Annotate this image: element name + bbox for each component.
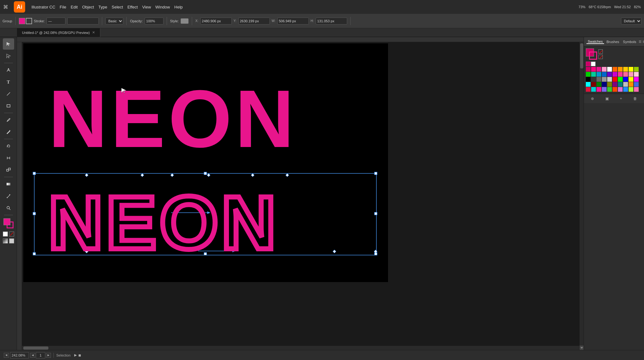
anchor-te2-n[interactable] [171, 174, 174, 177]
swatch-cell-19[interactable] [634, 72, 639, 77]
swatch-cell-22[interactable] [597, 77, 601, 82]
swatch-cell-24[interactable] [607, 77, 612, 82]
swatch-cell-30[interactable] [586, 82, 591, 87]
new-swatch-icon[interactable]: + [620, 96, 622, 101]
swatch-cell-17[interactable] [623, 72, 628, 77]
swatch-cell-12[interactable] [597, 72, 601, 77]
stroke-input[interactable] [47, 18, 65, 25]
h-scroll-thumb[interactable] [23, 346, 48, 350]
new-color-group-icon[interactable]: ▣ [605, 96, 609, 101]
delete-swatch-icon[interactable]: 🗑 [633, 96, 637, 101]
y-coord-input[interactable] [238, 18, 270, 25]
gradient-mode-btn[interactable] [3, 238, 8, 243]
handle-mr[interactable] [375, 212, 377, 215]
swatch-cell-29[interactable] [634, 77, 639, 82]
swatch-cell-20[interactable] [586, 77, 591, 82]
swatch-cell-21[interactable] [591, 77, 596, 82]
panel-menu-btn[interactable]: ☰ [639, 40, 641, 43]
zoom-tool-btn[interactable] [3, 202, 14, 214]
pen-tool-btn[interactable] [3, 64, 14, 76]
direct-selection-tool-btn[interactable] [3, 50, 14, 62]
menu-view[interactable]: View [142, 5, 151, 9]
swatch-cell-39[interactable] [634, 82, 639, 87]
stroke-color-swatch[interactable] [26, 18, 32, 24]
none-stroke-swatch[interactable] [598, 55, 603, 59]
swatch-cell-16[interactable] [618, 72, 623, 77]
swatch-cell-4[interactable] [607, 67, 612, 72]
swatch-cell-35[interactable] [613, 82, 617, 87]
scroll-thumb[interactable] [580, 43, 583, 68]
zoom-out-btn[interactable] [4, 353, 9, 358]
symbols-tab[interactable]: Symbols [622, 40, 637, 44]
swatch-cell-23[interactable] [602, 77, 607, 82]
reflect-tool-btn[interactable] [3, 152, 14, 164]
anchor-to-n[interactable] [207, 174, 210, 177]
x-coord-input[interactable] [200, 18, 232, 25]
swatch-cell-5[interactable] [613, 67, 617, 72]
swatch-cell-27[interactable] [623, 77, 628, 82]
swatch-cell-36[interactable] [618, 82, 623, 87]
swatch-cell-0[interactable] [586, 67, 591, 72]
swatch-cell-31[interactable] [591, 82, 596, 87]
anchor-to2-n[interactable] [251, 174, 254, 177]
line-segment-tool-btn[interactable] [3, 88, 14, 100]
swatch-cell-13[interactable] [602, 72, 607, 77]
eyedropper-tool-btn[interactable] [3, 190, 14, 202]
swatch-cell-9[interactable] [634, 67, 639, 72]
current-stroke-preview[interactable] [589, 52, 597, 60]
menu-type[interactable]: Type [98, 5, 107, 9]
swatches-tab[interactable]: Swatches [586, 40, 604, 44]
swatch-cell-46[interactable] [618, 87, 623, 92]
swatch-cell-8[interactable] [629, 67, 633, 72]
menu-file[interactable]: File [60, 5, 66, 9]
swatch-cell-32[interactable] [597, 82, 601, 87]
play-btn[interactable]: ▶ [74, 353, 77, 357]
menu-edit[interactable]: Edit [71, 5, 78, 9]
swatch-cell-45[interactable] [613, 87, 617, 92]
w-coord-input[interactable] [277, 18, 309, 25]
document-tab[interactable]: Untitled-1* @ 242.08% (RGB/GPU Preview) … [17, 28, 100, 37]
selection-tool-btn[interactable] [3, 38, 14, 50]
swatch-cell-34[interactable] [607, 82, 612, 87]
horizontal-scrollbar[interactable] [17, 346, 579, 350]
workspace-dropdown[interactable]: Default [621, 18, 641, 25]
swatch-cell-38[interactable] [629, 82, 633, 87]
anchor-tn-n[interactable] [286, 174, 289, 177]
swatch-cell-6[interactable] [618, 67, 623, 72]
menu-effect[interactable]: Effect [127, 5, 138, 9]
pattern-mode-btn[interactable] [9, 238, 14, 243]
scale-tool-btn[interactable] [3, 164, 14, 176]
artboard-number-input[interactable] [36, 352, 45, 358]
swatch-cell-41[interactable] [591, 87, 596, 92]
zoom-input[interactable] [10, 352, 29, 358]
none-fill-swatch[interactable] [598, 49, 603, 54]
normal-mode-btn[interactable] [3, 232, 8, 237]
handle-tc[interactable] [204, 172, 207, 175]
swatch-cell-43[interactable] [602, 87, 607, 92]
panel-grid-btn[interactable]: ⊞ [643, 40, 644, 43]
opacity-input[interactable] [145, 18, 164, 25]
swatch-cell-48[interactable] [629, 87, 633, 92]
menu-object[interactable]: Object [82, 5, 94, 9]
swatch-cell-11[interactable] [591, 72, 596, 77]
swatch-cell-15[interactable] [613, 72, 617, 77]
swatch-cell-40[interactable] [586, 87, 591, 92]
swatch-cell-10[interactable] [586, 72, 591, 77]
menu-help[interactable]: Help [174, 5, 183, 9]
anchor-te-n[interactable] [141, 174, 144, 177]
swatch-cell-28[interactable] [629, 77, 633, 82]
fill-color-box[interactable] [3, 218, 10, 225]
prev-artboard-btn[interactable] [30, 353, 35, 358]
swatch-cell-3[interactable] [602, 67, 607, 72]
swatch-cell-25[interactable] [613, 77, 617, 82]
handle-bl[interactable] [33, 253, 36, 255]
swatch-cell-white[interactable] [591, 62, 596, 66]
swatch-cell-active[interactable] [586, 62, 591, 66]
swatch-lib-icon[interactable]: ⊕ [591, 96, 594, 101]
swatch-cell-49[interactable] [634, 87, 639, 92]
apple-menu-item[interactable]: ⌘ [3, 4, 8, 10]
swatch-cell-47[interactable] [623, 87, 628, 92]
swatch-cell-26[interactable] [618, 77, 623, 82]
swatch-cell-44[interactable] [607, 87, 612, 92]
swatch-cell-1[interactable] [591, 67, 596, 72]
